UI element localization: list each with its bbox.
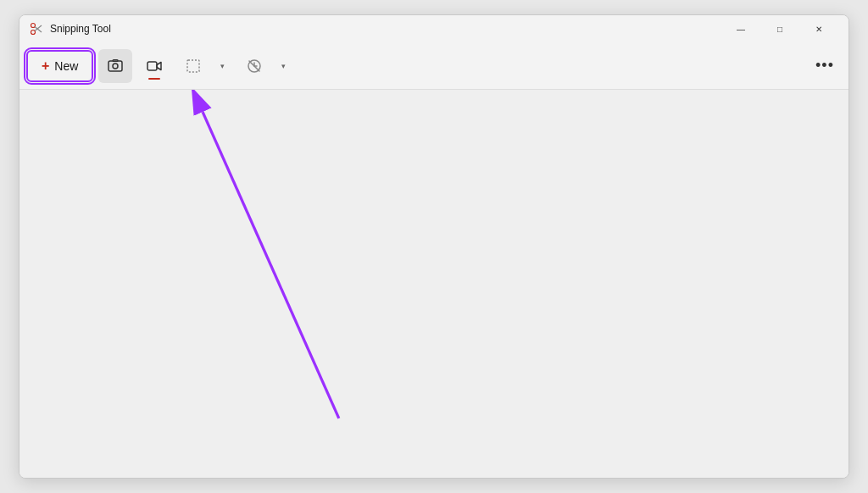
video-icon bbox=[146, 58, 163, 75]
shape-tool-group: ▾ bbox=[176, 49, 232, 83]
svg-line-2 bbox=[35, 25, 42, 31]
content-area bbox=[19, 90, 849, 478]
chevron-down-icon: ▾ bbox=[220, 62, 225, 70]
svg-point-5 bbox=[113, 64, 118, 69]
svg-line-3 bbox=[35, 27, 42, 33]
svg-point-1 bbox=[31, 24, 36, 28]
screenshot-icon bbox=[107, 58, 124, 75]
arrow-annotation bbox=[19, 90, 849, 478]
screenshot-button[interactable] bbox=[98, 49, 132, 83]
delay-button[interactable] bbox=[237, 49, 271, 83]
shape-icon bbox=[185, 58, 202, 75]
plus-icon: + bbox=[42, 58, 49, 74]
delay-icon bbox=[246, 58, 263, 75]
maximize-button[interactable]: □ bbox=[760, 15, 799, 42]
shape-dropdown-button[interactable]: ▾ bbox=[212, 49, 232, 83]
app-window: Snipping Tool — □ ✕ + New bbox=[19, 14, 849, 479]
new-button[interactable]: + New bbox=[26, 50, 93, 82]
delay-tool-group: ▾ bbox=[237, 49, 293, 83]
video-button[interactable] bbox=[137, 49, 171, 83]
video-tool-group bbox=[137, 49, 171, 83]
svg-rect-7 bbox=[147, 62, 157, 70]
delay-dropdown-button[interactable]: ▾ bbox=[273, 49, 293, 83]
app-icon bbox=[30, 22, 43, 36]
svg-rect-4 bbox=[108, 61, 122, 71]
svg-rect-8 bbox=[187, 60, 199, 72]
video-underline bbox=[148, 78, 160, 80]
window-title: Snipping Tool bbox=[50, 23, 721, 35]
shape-button[interactable] bbox=[176, 49, 210, 83]
toolbar: + New bbox=[19, 42, 849, 90]
title-bar: Snipping Tool — □ ✕ bbox=[19, 15, 849, 42]
screenshot-tool-group bbox=[98, 49, 132, 83]
more-options-button[interactable]: ••• bbox=[808, 49, 842, 83]
chevron-down-icon-2: ▾ bbox=[281, 62, 286, 70]
svg-line-14 bbox=[203, 112, 339, 418]
close-button[interactable]: ✕ bbox=[799, 15, 838, 42]
svg-point-0 bbox=[31, 30, 36, 35]
window-controls: — □ ✕ bbox=[721, 15, 838, 42]
new-label: New bbox=[54, 59, 78, 73]
minimize-button[interactable]: — bbox=[721, 15, 760, 42]
